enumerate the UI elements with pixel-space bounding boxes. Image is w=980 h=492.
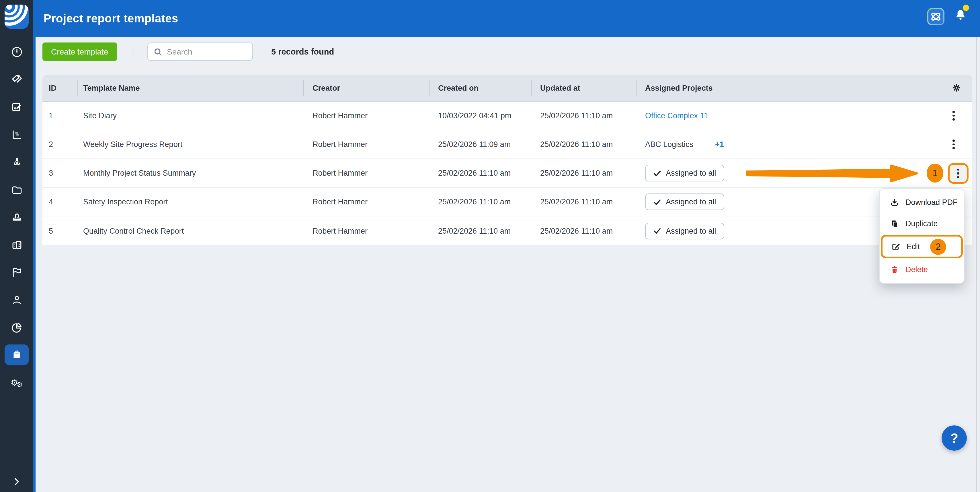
table-row: 4 Safety Inspection Report Robert Hammer… bbox=[43, 188, 972, 216]
cell-created-on: 10/03/2022 04:41 pm bbox=[430, 111, 531, 120]
row-menu-kebab-icon[interactable] bbox=[949, 109, 958, 123]
column-header-id[interactable]: ID bbox=[43, 75, 78, 101]
sidebar-item-approvals[interactable] bbox=[0, 203, 33, 231]
cell-updated-at: 25/02/2026 11:10 am bbox=[531, 169, 636, 177]
check-icon bbox=[653, 169, 661, 177]
row-menu-kebab-icon[interactable] bbox=[949, 137, 958, 152]
brand-stripe bbox=[33, 0, 35, 492]
help-button[interactable]: ? bbox=[942, 425, 967, 450]
step1-arrow-icon bbox=[746, 164, 920, 185]
menu-item-label: Download PDF bbox=[905, 198, 958, 207]
cell-creator: Robert Hammer bbox=[304, 169, 430, 177]
cell-updated-at: 25/02/2026 11:10 am bbox=[531, 227, 636, 235]
column-header-updated-at[interactable]: Updated at bbox=[531, 75, 636, 101]
cell-actions bbox=[845, 109, 972, 123]
cell-template-name: Quality Control Check Report bbox=[78, 227, 304, 235]
menu-item-edit[interactable]: Edit 2 bbox=[881, 235, 963, 258]
download-icon bbox=[889, 197, 900, 208]
cell-template-name: Safety Inspection Report bbox=[78, 198, 304, 206]
assigned-to-all-label: Assigned to all bbox=[666, 227, 716, 235]
menu-item-label: Delete bbox=[905, 265, 928, 274]
sidebar-item-forms[interactable] bbox=[0, 93, 33, 121]
cell-template-name: Monthly Project Status Summary bbox=[78, 169, 304, 177]
assigned-to-all-button[interactable]: Assigned to all bbox=[645, 165, 724, 181]
menu-item-download-pdf[interactable]: Download PDF bbox=[880, 192, 964, 213]
column-header-creator[interactable]: Creator bbox=[304, 75, 430, 101]
more-projects-badge[interactable]: +1 bbox=[715, 140, 724, 149]
create-template-button[interactable]: Create template bbox=[43, 43, 117, 61]
cell-creator: Robert Hammer bbox=[304, 140, 430, 149]
check-icon bbox=[653, 198, 661, 206]
cell-creator: Robert Hammer bbox=[304, 111, 430, 120]
reports-clipboard-icon bbox=[5, 345, 29, 365]
assigned-to-all-button[interactable]: Assigned to all bbox=[645, 222, 724, 239]
column-settings[interactable] bbox=[845, 75, 972, 101]
sidebar-item-tickets[interactable] bbox=[0, 258, 33, 286]
menu-item-duplicate[interactable]: Duplicate bbox=[880, 213, 964, 234]
cell-id: 1 bbox=[43, 111, 78, 120]
cell-id: 5 bbox=[43, 227, 78, 235]
cell-created-on: 25/02/2026 11:10 am bbox=[430, 227, 531, 235]
statistics-pie-icon bbox=[5, 317, 29, 337]
company-buildings-icon bbox=[5, 234, 29, 255]
cell-created-on: 25/02/2026 11:10 am bbox=[430, 198, 531, 206]
notification-badge bbox=[963, 5, 969, 11]
sidebar-item-contacts[interactable] bbox=[0, 286, 33, 313]
cell-id: 2 bbox=[43, 140, 78, 149]
page-title: Project report templates bbox=[44, 12, 178, 25]
projects-folder-icon bbox=[5, 179, 29, 200]
duplicate-icon bbox=[889, 219, 900, 229]
delete-icon bbox=[889, 264, 900, 275]
brand-logo[interactable] bbox=[5, 5, 29, 29]
column-header-created-on[interactable]: Created on bbox=[430, 75, 531, 101]
assigned-project-text: ABC Logistics bbox=[645, 140, 693, 149]
sidebar-item-company[interactable] bbox=[0, 231, 33, 258]
gear-icon bbox=[951, 83, 962, 93]
sidebar-item-site[interactable] bbox=[0, 148, 33, 176]
brand-logo-arcs bbox=[5, 5, 29, 29]
contacts-user-icon bbox=[5, 289, 29, 310]
row-menu-kebab-highlighted[interactable] bbox=[948, 163, 969, 184]
cell-creator: Robert Hammer bbox=[304, 198, 430, 206]
sidebar-item-projects[interactable] bbox=[0, 176, 33, 203]
table-row: 2 Weekly Site Progress Report Robert Ham… bbox=[43, 130, 972, 159]
forms-signature-icon bbox=[5, 96, 29, 117]
search-box[interactable] bbox=[147, 43, 253, 61]
surveyor-icon bbox=[5, 152, 29, 172]
assigned-to-all-label: Assigned to all bbox=[666, 169, 716, 177]
check-icon bbox=[653, 227, 661, 235]
app-switcher-button[interactable] bbox=[927, 8, 945, 25]
sidebar-item-settings[interactable]: ⚙⚙ bbox=[0, 369, 33, 396]
column-header-assigned-projects[interactable]: Assigned Projects bbox=[636, 75, 845, 101]
app-switcher-icon bbox=[928, 9, 943, 24]
gantt-chart-icon bbox=[5, 124, 29, 145]
assigned-project-link[interactable]: Office Complex 11 bbox=[645, 111, 708, 120]
cell-assigned-projects: ABC Logistics+1 bbox=[636, 140, 845, 149]
sidebar-item-reports[interactable] bbox=[0, 341, 33, 369]
assigned-to-all-button[interactable]: Assigned to all bbox=[645, 193, 724, 210]
menu-item-delete[interactable]: Delete bbox=[880, 259, 964, 280]
tickets-flag-icon bbox=[5, 262, 29, 283]
step2-badge: 2 bbox=[931, 238, 947, 255]
column-header-template-name[interactable]: Template Name bbox=[78, 75, 304, 101]
sidebar-nav: ⚙⚙ bbox=[0, 38, 33, 396]
dashboard-icon bbox=[5, 42, 29, 62]
assigned-to-all-label: Assigned to all bbox=[666, 198, 716, 206]
cell-template-name: Weekly Site Progress Report bbox=[78, 140, 304, 149]
cell-actions bbox=[845, 137, 972, 152]
cell-id: 3 bbox=[43, 169, 78, 177]
sidebar-expand-button[interactable] bbox=[0, 476, 33, 487]
sidebar-item-tags[interactable] bbox=[0, 65, 33, 93]
scrollbar-track[interactable] bbox=[976, 37, 977, 492]
cell-created-on: 25/02/2026 11:10 am bbox=[430, 169, 531, 177]
search-input[interactable] bbox=[167, 47, 247, 56]
step1-badge: 1 bbox=[927, 164, 943, 182]
sidebar-item-statistics[interactable] bbox=[0, 313, 33, 341]
cell-template-name: Site Diary bbox=[78, 111, 304, 120]
sidebar-item-schedule[interactable] bbox=[0, 121, 33, 148]
row-context-menu: Download PDF Duplicate Edit 2 Delete bbox=[879, 188, 964, 284]
approvals-stamp-icon bbox=[5, 207, 29, 227]
edit-icon bbox=[891, 241, 901, 252]
sidebar-item-dashboard[interactable] bbox=[0, 38, 33, 65]
table-row: 1 Site Diary Robert Hammer 10/03/2022 04… bbox=[43, 102, 972, 130]
